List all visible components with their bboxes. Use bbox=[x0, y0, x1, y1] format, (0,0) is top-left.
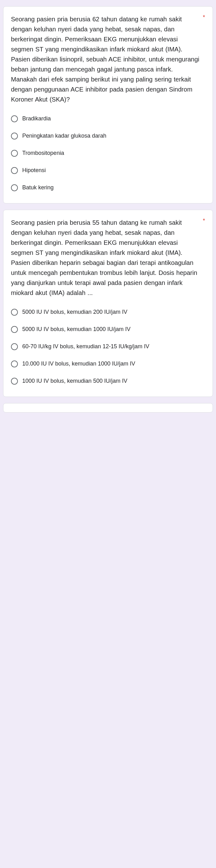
radio-icon bbox=[11, 378, 18, 384]
radio-icon bbox=[11, 309, 18, 316]
option-label: Hipotensi bbox=[22, 166, 46, 175]
options-group: Bradikardia Peningkatan kadar glukosa da… bbox=[11, 111, 205, 196]
radio-icon bbox=[11, 184, 18, 191]
question-text: Seorang pasien pria berusia 55 tahun dat… bbox=[11, 218, 200, 298]
required-marker: * bbox=[203, 218, 205, 224]
option-trombositopenia[interactable]: Trombositopenia bbox=[11, 145, 205, 161]
option-label: Bradikardia bbox=[22, 115, 51, 123]
option-peningkatan-glukosa[interactable]: Peningkatan kadar glukosa darah bbox=[11, 128, 205, 144]
radio-icon bbox=[11, 115, 18, 122]
option-batuk-kering[interactable]: Batuk kering bbox=[11, 180, 205, 196]
radio-icon bbox=[11, 361, 18, 367]
option-label: Peningkatan kadar glukosa darah bbox=[22, 132, 106, 140]
question-header: Seorang pasien pria berusia 55 tahun dat… bbox=[11, 218, 205, 298]
question-text: Seorang pasien pria berusia 62 tahun dat… bbox=[11, 14, 200, 104]
option-hipotensi[interactable]: Hipotensi bbox=[11, 162, 205, 178]
option-label: Batuk kering bbox=[22, 183, 54, 192]
option-1000-500[interactable]: 1000 IU IV bolus, kemudian 500 IU/jam IV bbox=[11, 373, 205, 389]
options-group: 5000 IU IV bolus, kemudian 200 IU/jam IV… bbox=[11, 304, 205, 389]
option-5000-1000[interactable]: 5000 IU IV bolus, kemudian 1000 IU/jam I… bbox=[11, 321, 205, 337]
option-label: 5000 IU IV bolus, kemudian 1000 IU/jam I… bbox=[22, 325, 130, 334]
option-10000-1000[interactable]: 10.000 IU IV bolus, kemudian 1000 IU/jam… bbox=[11, 356, 205, 372]
radio-icon bbox=[11, 150, 18, 157]
option-bradikardia[interactable]: Bradikardia bbox=[11, 111, 205, 127]
required-marker: * bbox=[203, 14, 205, 21]
option-label: Trombositopenia bbox=[22, 149, 64, 157]
question-card-2: Seorang pasien pria berusia 55 tahun dat… bbox=[3, 210, 213, 397]
option-5000-200[interactable]: 5000 IU IV bolus, kemudian 200 IU/jam IV bbox=[11, 304, 205, 320]
question-card-3-top bbox=[3, 403, 213, 412]
option-label: 10.000 IU IV bolus, kemudian 1000 IU/jam… bbox=[22, 360, 135, 368]
option-label: 5000 IU IV bolus, kemudian 200 IU/jam IV bbox=[22, 308, 127, 316]
radio-icon bbox=[11, 133, 18, 140]
radio-icon bbox=[11, 343, 18, 350]
option-label: 60-70 IU/kg IV bolus, kemudian 12-15 IU/… bbox=[22, 342, 149, 351]
question-card-1: Seorang pasien pria berusia 62 tahun dat… bbox=[3, 6, 213, 204]
radio-icon bbox=[11, 326, 18, 333]
radio-icon bbox=[11, 167, 18, 174]
option-60-70-kg[interactable]: 60-70 IU/kg IV bolus, kemudian 12-15 IU/… bbox=[11, 339, 205, 354]
question-header: Seorang pasien pria berusia 62 tahun dat… bbox=[11, 14, 205, 104]
option-label: 1000 IU IV bolus, kemudian 500 IU/jam IV bbox=[22, 377, 127, 385]
